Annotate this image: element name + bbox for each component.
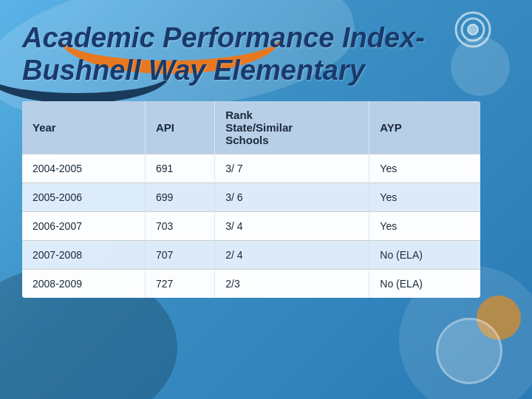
table-header-row: Year API RankState/SimilarSchools AYP <box>22 101 480 154</box>
cell-api: 703 <box>146 212 215 241</box>
cell-api: 707 <box>146 241 215 270</box>
main-content: Academic Performance Index- Bushnell Way… <box>0 0 532 399</box>
table-body: 2004-20056913/ 7Yes2005-20066993/ 6Yes20… <box>22 154 480 299</box>
cell-api: 699 <box>146 183 215 212</box>
cell-ayp: Yes <box>369 154 480 183</box>
table-row: 2004-20056913/ 7Yes <box>22 154 480 183</box>
page-title: Academic Performance Index- Bushnell Way… <box>22 22 510 86</box>
table-row: 2007-20087072/ 4No (ELA) <box>22 241 480 270</box>
title-line2: Bushnell Way Elementary <box>22 55 365 86</box>
col-header-rank: RankState/SimilarSchools <box>215 101 369 154</box>
cell-rank: 2/ 4 <box>215 241 369 270</box>
cell-year: 2006-2007 <box>22 212 146 241</box>
cell-year: 2005-2006 <box>22 183 146 212</box>
cell-ayp: No (ELA) <box>369 241 480 270</box>
table-row: 2008-20097272/3No (ELA) <box>22 270 480 299</box>
table-header: Year API RankState/SimilarSchools AYP <box>22 101 480 154</box>
cell-year: 2004-2005 <box>22 154 146 183</box>
col-header-api: API <box>146 101 215 154</box>
cell-year: 2007-2008 <box>22 241 146 270</box>
table-row: 2005-20066993/ 6Yes <box>22 183 480 212</box>
table-row: 2006-20077033/ 4Yes <box>22 212 480 241</box>
col-header-ayp: AYP <box>369 101 480 154</box>
data-table-wrapper: Year API RankState/SimilarSchools AYP 20… <box>22 101 480 298</box>
cell-ayp: Yes <box>369 212 480 241</box>
cell-api: 691 <box>146 154 215 183</box>
cell-ayp: No (ELA) <box>369 270 480 299</box>
api-table: Year API RankState/SimilarSchools AYP 20… <box>22 101 480 298</box>
cell-rank: 3/ 6 <box>215 183 369 212</box>
cell-rank: 3/ 7 <box>215 154 369 183</box>
col-header-year: Year <box>22 101 146 154</box>
title-line1: Academic Performance Index- <box>22 22 425 53</box>
cell-api: 727 <box>146 270 215 299</box>
cell-rank: 3/ 4 <box>215 212 369 241</box>
cell-year: 2008-2009 <box>22 270 146 299</box>
cell-rank: 2/3 <box>215 270 369 299</box>
cell-ayp: Yes <box>369 183 480 212</box>
